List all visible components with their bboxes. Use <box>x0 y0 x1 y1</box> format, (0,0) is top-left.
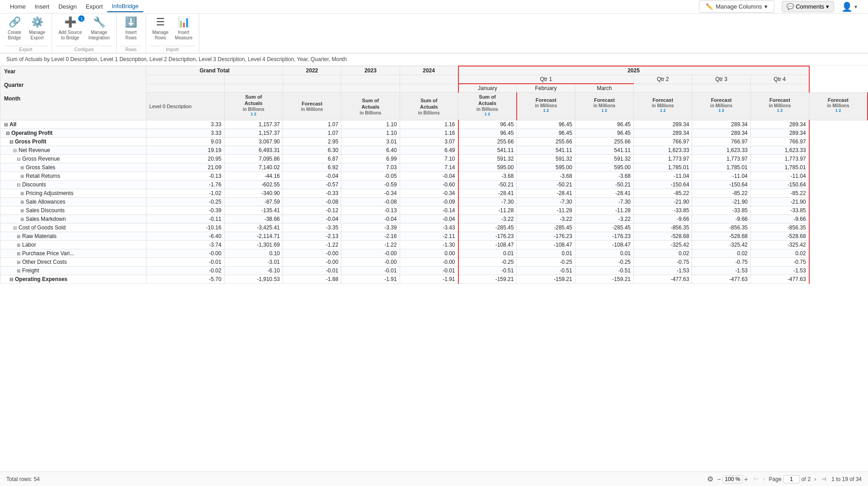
data-cell: -2.11 <box>400 232 458 240</box>
data-cell: -1.22 <box>341 240 400 249</box>
data-cell: -477.63 <box>750 275 809 283</box>
data-cell: -856.35 <box>634 223 692 232</box>
measure-feb-forecast: Forecastin Millions1 2 <box>575 93 633 120</box>
expand-icon[interactable]: ⊟ <box>9 277 13 282</box>
expand-icon[interactable]: ⊞ <box>20 208 24 213</box>
expand-icon[interactable]: ⊞ <box>20 191 24 196</box>
data-cell: -0.60 <box>400 180 458 189</box>
data-cell: 3.07 <box>400 137 458 146</box>
measure-gt-actuals: Sum ofActualsin Billions1 2 <box>224 93 283 120</box>
data-cell: 0.01 <box>458 249 517 257</box>
table-container[interactable]: Year Quarter Month Grand Total 2022 2023… <box>0 66 868 467</box>
measure-2022-actuals: Sum ofActualsin Billions <box>341 93 400 120</box>
manage-rows-icon: ☰ <box>156 17 165 27</box>
row-label-text: Raw Materials <box>22 233 57 239</box>
expand-icon[interactable]: ⊞ <box>17 268 20 273</box>
expand-icon[interactable]: ⊟ <box>13 148 17 153</box>
data-cell: -0.25 <box>146 197 224 206</box>
measure-2023-actuals: Sum ofActualsin Billions <box>400 93 458 120</box>
expand-icon[interactable]: ⊞ <box>17 234 20 239</box>
data-cell: 766.97 <box>750 137 809 146</box>
data-cell: -159.21 <box>517 275 575 283</box>
expand-icon[interactable]: ⊞ <box>17 260 20 265</box>
header-2022-m <box>283 84 341 93</box>
data-cell: 541.11 <box>575 146 633 154</box>
data-cell: -0.51 <box>517 266 575 275</box>
data-cell: 595.00 <box>517 163 575 172</box>
zoom-input[interactable] <box>722 475 742 483</box>
expand-icon[interactable]: ⊞ <box>20 217 24 222</box>
manage-rows-button[interactable]: ☰ ManageRows <box>150 15 171 43</box>
header-jan: January <box>458 84 517 93</box>
zoom-in-button[interactable]: + <box>744 476 748 483</box>
data-cell: 766.97 <box>692 137 750 146</box>
data-cell: -285.45 <box>517 223 575 232</box>
table-row: ⊞Labor-3.74-1,301.69-1.22-1.22-1.30-108.… <box>0 240 868 249</box>
user-button[interactable]: 👤 ▾ <box>841 1 857 12</box>
row-label: ⊟Net Revenue <box>0 146 146 154</box>
gear-icon[interactable]: ⚙ <box>707 475 713 483</box>
data-cell: 1,785.01 <box>692 163 750 172</box>
manage-integration-button[interactable]: 🔧 ManageIntegration <box>85 15 112 43</box>
data-cell: -340.90 <box>224 189 283 197</box>
comments-button[interactable]: 💬 Comments ▾ <box>782 1 834 12</box>
expand-icon[interactable]: ⊟ <box>4 122 8 127</box>
data-cell: -1.02 <box>146 189 224 197</box>
menu-insert[interactable]: Insert <box>30 1 54 12</box>
header-gt-q1 <box>146 75 224 84</box>
create-bridge-button[interactable]: 🔗 CreateBridge <box>4 15 25 43</box>
prev-page-button[interactable]: ‹ <box>762 475 767 483</box>
zoom-area: − + <box>717 475 748 483</box>
data-cell: -2.16 <box>341 232 400 240</box>
data-cell: -3.22 <box>458 214 517 223</box>
expand-icon[interactable]: ⊟ <box>13 225 17 230</box>
manage-export-button[interactable]: ⚙️ ManageExport <box>26 15 48 43</box>
table-row: ⊞Gross Sales21.097,140.026.927.037.14595… <box>0 163 868 172</box>
next-page-button[interactable]: › <box>812 475 818 483</box>
data-cell: -11.04 <box>692 172 750 180</box>
data-cell: -602.55 <box>224 180 283 189</box>
status-bar: Total rows: 54 ⚙ − + ⊢ ‹ Page of 2 › ⊣ 1… <box>0 472 868 486</box>
data-cell: 0.01 <box>575 249 633 257</box>
data-cell: -325.42 <box>634 240 692 249</box>
menu-infobridge[interactable]: InfoBridge <box>107 1 143 12</box>
data-cell: -285.45 <box>575 223 633 232</box>
expand-icon[interactable]: ⊟ <box>17 182 20 187</box>
expand-icon[interactable]: ⊟ <box>6 131 9 136</box>
table-row: ⊞Pricing Adjustments-1.02-340.90-0.33-0.… <box>0 189 868 197</box>
header-2024: 2024 <box>400 66 458 75</box>
row-label-text: Sale Allowances <box>26 199 65 205</box>
data-cell: 7,140.02 <box>224 163 283 172</box>
import-group-label: Import <box>150 46 195 52</box>
first-page-button[interactable]: ⊢ <box>752 475 760 483</box>
data-cell: -2,114.71 <box>224 232 283 240</box>
expand-icon[interactable]: ⊞ <box>20 200 24 205</box>
expand-icon[interactable]: ⊞ <box>17 251 20 256</box>
last-page-button[interactable]: ⊣ <box>820 475 828 483</box>
data-cell: -1.91 <box>341 275 400 283</box>
data-cell: 96.45 <box>517 129 575 137</box>
total-rows-label: Total rows: 54 <box>6 476 40 482</box>
data-cell: -528.68 <box>750 232 809 240</box>
row-label-text: Freight <box>22 267 39 274</box>
data-cell: 96.45 <box>575 129 633 137</box>
row-label: ⊟Gross Revenue <box>0 154 146 163</box>
insert-rows-label: InsertRows <box>125 30 137 41</box>
menu-home[interactable]: Home <box>5 1 30 12</box>
zoom-out-button[interactable]: − <box>717 476 721 483</box>
row-label-text: Cost of Goods Sold <box>19 224 66 231</box>
data-cell: 6.92 <box>283 163 341 172</box>
data-cell: -44.16 <box>224 172 283 180</box>
expand-icon[interactable]: ⊞ <box>17 243 20 248</box>
expand-icon[interactable]: ⊞ <box>20 165 24 170</box>
expand-icon[interactable]: ⊟ <box>9 139 13 144</box>
manage-columns-button[interactable]: ✏️ Manage Columns ▾ <box>699 0 774 13</box>
menu-design[interactable]: Design <box>54 1 81 12</box>
insert-measure-button[interactable]: 📊 InsertMeasure <box>172 15 195 43</box>
data-table: Year Quarter Month Grand Total 2022 2023… <box>0 66 868 284</box>
data-cell: -135.41 <box>224 206 283 214</box>
expand-icon[interactable]: ⊞ <box>20 174 24 179</box>
expand-icon[interactable]: ⊟ <box>17 157 20 162</box>
menu-export[interactable]: Export <box>81 1 108 12</box>
page-number-input[interactable] <box>783 475 800 483</box>
